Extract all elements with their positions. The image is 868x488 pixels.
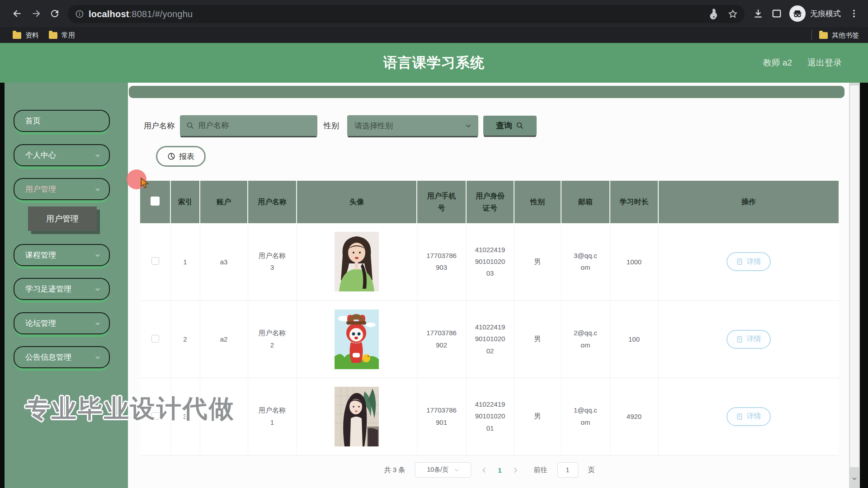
cell-gender: 男	[514, 300, 561, 378]
chevron-down-icon	[94, 320, 101, 327]
content-top-bar	[129, 86, 844, 98]
sidebar-item-course-management[interactable]: 课程管理	[14, 244, 110, 266]
bookmark-item[interactable]: 常用	[49, 30, 75, 41]
incognito-label: 无痕模式	[810, 9, 841, 19]
name-search-input[interactable]	[198, 121, 297, 130]
scrollbar-down-arrow[interactable]	[850, 474, 859, 483]
cell-id-card: 410224199010102001	[466, 378, 514, 455]
sidebar-item-announcement-management[interactable]: 公告信息管理	[14, 346, 110, 368]
cell-duration: 100	[610, 300, 658, 378]
goto-suffix: 页	[588, 466, 595, 474]
browser-toolbar: localhost:8081/#/yonghu 无痕模式	[0, 0, 868, 27]
cell-name: 用户名称2	[248, 300, 297, 378]
cell-avatar	[297, 378, 417, 455]
sidebar-item-forum-management[interactable]: 论坛管理	[14, 312, 110, 334]
row-checkbox[interactable]	[151, 257, 159, 265]
table-row: 1 a3 用户名称3	[140, 223, 839, 300]
bookmarks-bar: 资料 常用 其他书签	[0, 27, 868, 43]
other-bookmarks-label: 其他书签	[832, 31, 859, 40]
detail-button-label: 详情	[746, 334, 761, 344]
app-header: 语言课学习系统 教师 a2 退出登录	[0, 43, 868, 83]
row-checkbox[interactable]	[151, 335, 159, 343]
detail-button[interactable]: 详情	[726, 407, 771, 426]
goto-label: 前往	[534, 466, 547, 474]
table-header-row: 索引 账户 用户名称 头像 用户手机号 用户身份证号 性别 邮箱 学习时长 操作	[140, 181, 839, 223]
gender-select[interactable]: 请选择性别	[347, 115, 478, 136]
cell-phone: 17703786903	[417, 223, 466, 300]
column-header: 性别	[514, 181, 561, 223]
sidebar-item-personal-center[interactable]: 个人中心	[14, 144, 110, 166]
cell-gender: 男	[514, 223, 561, 300]
cell-phone: 17703786902	[417, 300, 466, 378]
sidebar-item-label: 论坛管理	[25, 318, 56, 328]
browser-menu-icon[interactable]	[846, 6, 862, 21]
chevron-down-icon	[454, 467, 459, 473]
bookmark-item[interactable]: 资料	[13, 30, 39, 41]
page-size-select[interactable]: 10条/页	[415, 462, 471, 478]
chevron-down-icon	[465, 122, 472, 129]
sidebar-item-label: 学习足迹管理	[25, 284, 71, 294]
bookmark-label: 资料	[25, 31, 39, 40]
name-filter-field[interactable]	[180, 115, 317, 136]
cell-name: 用户名称1	[248, 378, 297, 455]
cell-index: 1	[170, 223, 200, 300]
side-panel-icon[interactable]	[769, 6, 784, 21]
detail-button[interactable]: 详情	[726, 252, 771, 271]
reload-icon[interactable]	[47, 6, 62, 21]
sidebar-item-user-management[interactable]: 用户管理	[14, 178, 110, 200]
cell-account: a3	[200, 223, 248, 300]
report-button[interactable]: 报表	[156, 146, 206, 167]
search-icon	[516, 122, 524, 130]
prev-page-icon[interactable]	[481, 467, 488, 474]
sidebar-item-label: 公告信息管理	[25, 352, 71, 362]
goto-page-input[interactable]	[557, 462, 578, 478]
current-user-label: 教师 a2	[763, 57, 792, 69]
page-info-icon[interactable]	[75, 9, 84, 19]
logout-link[interactable]: 退出登录	[807, 57, 842, 69]
detail-button[interactable]: 详情	[726, 330, 771, 349]
download-icon[interactable]	[750, 6, 766, 21]
address-bar[interactable]: localhost:8081/#/yonghu	[68, 5, 745, 23]
screen-edge-right	[860, 83, 868, 488]
sidebar-item-study-track-management[interactable]: 学习足迹管理	[14, 278, 110, 300]
table-row: 2 a2 用户名称2	[140, 300, 839, 378]
next-page-icon[interactable]	[512, 467, 519, 474]
incognito-icon	[789, 5, 806, 22]
url-host: localhost	[89, 9, 129, 19]
bookmark-label: 常用	[61, 31, 75, 40]
pagination-total: 共 3 条	[384, 466, 405, 474]
cell-actions: 详情	[658, 223, 839, 300]
sidebar-submenu-user-management[interactable]: 用户管理	[28, 206, 97, 231]
search-button[interactable]: 查询	[483, 116, 537, 136]
folder-icon	[49, 32, 57, 39]
avatar-image	[335, 310, 379, 369]
search-icon	[186, 122, 194, 130]
gender-select-value: 请选择性别	[354, 121, 393, 131]
select-all-checkbox[interactable]	[151, 197, 160, 206]
forward-icon[interactable]	[28, 6, 44, 21]
column-header: 账户	[200, 181, 248, 223]
bookmark-star-icon[interactable]	[727, 9, 738, 19]
sidebar-item-label: 课程管理	[25, 250, 56, 260]
document-icon	[736, 413, 743, 420]
column-header: 用户名称	[248, 181, 297, 223]
cell-phone: 17703786901	[417, 378, 466, 455]
mouse-cursor-icon	[139, 177, 151, 189]
sidebar-item-home[interactable]: 首页	[14, 110, 110, 132]
other-bookmarks[interactable]: 其他书签	[819, 30, 859, 41]
url-path: :8081/#/yonghu	[129, 9, 193, 19]
scrollbar-thumb[interactable]	[850, 85, 859, 467]
cell-duration: 4920	[610, 378, 658, 455]
column-header: 邮箱	[561, 181, 610, 223]
column-header: 操作	[658, 181, 839, 223]
document-icon	[736, 336, 743, 343]
name-filter-label: 用户名称	[144, 115, 175, 136]
detail-button-label: 详情	[746, 257, 761, 267]
folder-icon	[819, 32, 828, 39]
column-header: 用户手机号	[417, 181, 466, 223]
back-icon[interactable]	[9, 6, 25, 21]
current-page-number[interactable]: 1	[498, 466, 501, 474]
cell-id-card: 410224199010102002	[466, 300, 514, 378]
key-icon[interactable]	[708, 9, 719, 19]
avatar-image	[335, 387, 379, 446]
